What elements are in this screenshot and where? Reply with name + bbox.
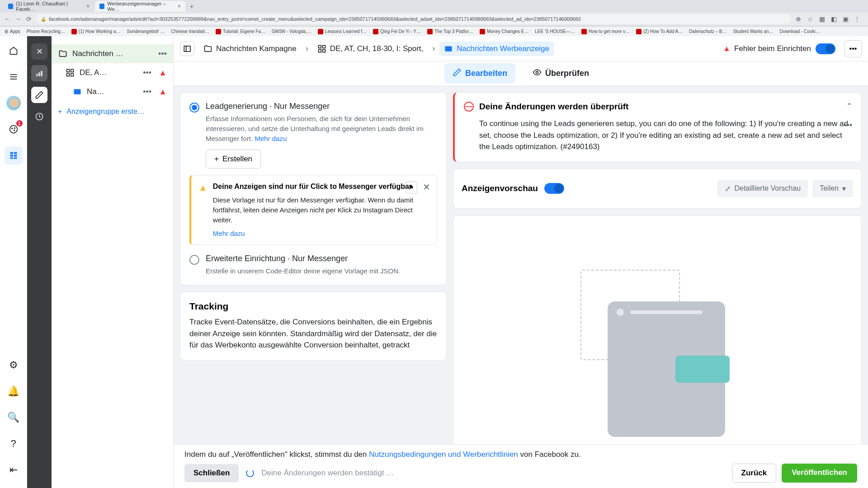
tree-label: Na… <box>87 87 104 96</box>
status-label: Fehler beim Einrichten <box>734 44 811 53</box>
tree-adset[interactable]: DE, A… ••• ▲ <box>52 63 173 82</box>
tabs-row: (1) Leon R. Chaudhari | Faceb… × Werbean… <box>0 0 868 13</box>
close-icon[interactable]: ✕ <box>31 43 47 60</box>
tab-review[interactable]: Überprüfen <box>524 63 597 84</box>
gear-icon[interactable]: ⚙ <box>5 356 23 374</box>
radio-title: Leadgenerierung · Nur Messenger <box>206 102 437 111</box>
bookmark-item[interactable]: (2) How To Add A… <box>636 29 683 34</box>
bookmark-item[interactable]: The Top 3 Platfor… <box>427 29 473 34</box>
feedback-icon[interactable]: ⚑ <box>405 182 417 193</box>
error-body: To continue using the Leads generieren s… <box>464 118 852 153</box>
more-icon[interactable]: ••• <box>143 68 151 78</box>
bookmark-item[interactable]: ⊞ Apps <box>5 29 20 34</box>
bookmark-item[interactable]: Datenschutz – B… <box>689 29 726 34</box>
home-icon[interactable] <box>5 42 23 60</box>
forward-icon[interactable]: → <box>14 15 22 23</box>
radio-leadgen[interactable]: Leadgenerierung · Nur Messenger Erfasse … <box>189 102 437 169</box>
sidebar-toggle-icon[interactable] <box>180 42 194 56</box>
detail-preview-button[interactable]: ⤢ Detaillierte Vorschau <box>717 180 808 197</box>
bell-icon[interactable]: 🔔 <box>5 382 23 400</box>
history-icon[interactable] <box>31 108 47 125</box>
bookmark-item[interactable]: GMSN - Vologda,… <box>272 29 311 34</box>
back-icon[interactable]: ← <box>4 15 11 23</box>
star-icon[interactable]: ☆ <box>807 15 814 23</box>
pencil-icon <box>453 68 462 79</box>
close-button[interactable]: Schließen <box>184 464 239 482</box>
new-tab-button[interactable]: + <box>190 3 193 10</box>
add-adset-button[interactable]: + Anzeigengruppe erste… <box>52 101 173 122</box>
extension-icon-2[interactable]: ◧ <box>830 15 837 23</box>
menu-icon[interactable]: ⋮ <box>854 15 861 23</box>
close-icon[interactable]: × <box>178 3 181 9</box>
back-button[interactable]: Zurück <box>732 464 777 483</box>
chevron-right-icon: › <box>432 44 435 53</box>
avatar[interactable] <box>5 94 23 112</box>
extension-icon-3[interactable]: ▣ <box>842 15 849 23</box>
browser-tab-1[interactable]: (1) Leon R. Chaudhari | Faceb… × <box>4 1 94 12</box>
reload-icon[interactable]: ⟳ <box>25 15 33 23</box>
radio-desc: Erfasse Informationen von Personen, die … <box>206 114 437 143</box>
bookmark-item[interactable]: Qing Fei De Yi - Y… <box>373 29 421 34</box>
radio-off[interactable] <box>189 255 199 265</box>
help-icon[interactable]: ? <box>5 435 23 453</box>
terms-link[interactable]: Nutzungsbedingungen und Werberichtlinien <box>369 450 518 459</box>
tab-label: Bearbeiten <box>465 69 507 78</box>
tab-edit[interactable]: Bearbeiten <box>444 63 515 84</box>
app-container: 1 ⚙ 🔔 🔍 ? ⇤ ✕ Nachrichten … <box>0 36 868 488</box>
collapse-icon[interactable]: ⇤ <box>5 461 23 479</box>
preview-toggle[interactable] <box>544 183 564 194</box>
bookmark-item[interactable]: (1) How Working a… <box>71 29 121 34</box>
tree-campaign[interactable]: Nachrichten … ••• <box>52 44 173 63</box>
create-button[interactable]: + Erstellen <box>206 150 261 169</box>
global-nav: 1 ⚙ 🔔 🔍 ? ⇤ <box>0 36 27 488</box>
editor-nav: ✕ <box>27 36 52 488</box>
more-link[interactable]: Mehr dazu <box>255 135 287 142</box>
svg-point-4 <box>11 128 12 129</box>
close-icon[interactable]: ✕ <box>423 182 430 193</box>
bookmark-item[interactable]: Lessons Learned f… <box>318 29 367 34</box>
publish-button[interactable]: Veröffentlichen <box>782 464 857 483</box>
chevron-up-icon[interactable]: ⌃ <box>846 102 852 110</box>
chart-icon[interactable] <box>31 65 47 81</box>
bookmark-item[interactable]: Phone Recycling… <box>27 29 65 34</box>
tree-ad[interactable]: Na… ••• ▲ <box>52 82 173 101</box>
svg-rect-17 <box>67 70 70 72</box>
breadcrumb-adset[interactable]: DE, AT, CH, 18-30, I: Sport, <box>313 42 428 56</box>
grid-icon[interactable] <box>5 146 23 164</box>
svg-rect-28 <box>445 46 452 52</box>
url-bar[interactable]: 🔒 facebook.com/adsmanager/manage/ads/edi… <box>36 14 791 24</box>
radio-on[interactable] <box>189 103 199 113</box>
more-icon[interactable]: ••• <box>143 87 151 97</box>
menu-icon[interactable] <box>5 68 23 86</box>
status-toggle[interactable] <box>816 43 835 54</box>
more-icon[interactable]: ••• <box>158 49 167 59</box>
extension-icon[interactable]: ▦ <box>818 15 826 23</box>
toolbar-icons: ⊕ ☆ ▦ ◧ ▣ ⋮ <box>795 15 864 23</box>
more-menu[interactable]: ••• <box>844 40 862 57</box>
bookmark-item[interactable]: Chinese translati… <box>171 29 209 34</box>
edit-icon[interactable] <box>31 87 47 103</box>
browser-chrome: (1) Leon R. Chaudhari | Faceb… × Werbean… <box>0 0 868 26</box>
warning-link[interactable]: Mehr dazu <box>213 230 429 237</box>
bookmark-item[interactable]: Money Changes E… <box>480 29 528 34</box>
share-button[interactable]: Teilen ▾ <box>812 180 853 197</box>
radio-advanced[interactable]: Erweiterte Einrichtung · Nur Messenger E… <box>189 254 437 276</box>
bookmark-item[interactable]: Student Wants an… <box>733 29 773 34</box>
svg-rect-13 <box>36 74 38 76</box>
lock-icon: 🔒 <box>41 17 46 22</box>
bookmark-item[interactable]: LEE 'S HOUSE—… <box>535 29 575 34</box>
zoom-icon[interactable]: ⊕ <box>795 15 802 23</box>
cookie-icon[interactable]: 1 <box>5 120 23 138</box>
more-icon[interactable]: ••• <box>844 121 852 130</box>
close-icon[interactable]: × <box>86 3 90 9</box>
search-icon[interactable]: 🔍 <box>5 408 23 427</box>
breadcrumb-ad[interactable]: Nachrichten Werbeanzeige <box>439 42 554 56</box>
breadcrumb-label: Nachrichten Werbeanzeige <box>457 44 549 53</box>
bookmark-item[interactable]: How to get more v… <box>581 29 630 34</box>
bookmark-item[interactable]: Tutorial: Eigene Fa… <box>216 29 265 34</box>
bookmark-item[interactable]: Sonderangebot! … <box>127 29 165 34</box>
browser-tab-2[interactable]: Werbeanzeigenmanager – We… × <box>95 1 185 12</box>
bookmark-item[interactable]: Download - Cooki… <box>780 29 820 34</box>
content-row: Leadgenerierung · Nur Messenger Erfasse … <box>174 86 868 488</box>
breadcrumb-campaign[interactable]: Nachrichten Kampagne <box>199 42 301 56</box>
